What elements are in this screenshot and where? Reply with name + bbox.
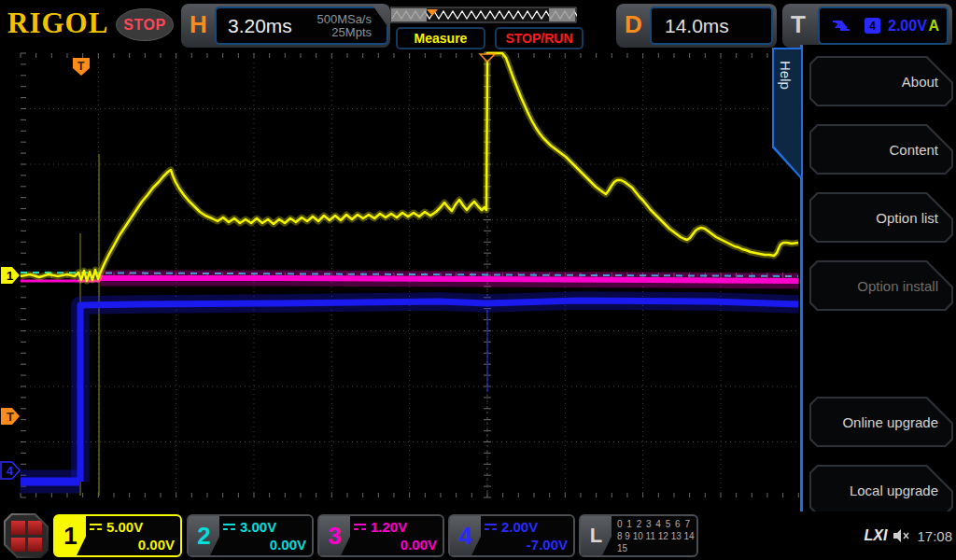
trigger-position-marker <box>480 54 495 62</box>
falling-edge-trigger-icon <box>831 18 851 35</box>
menu-button-online-upgrade[interactable]: Online upgrade <box>809 397 953 447</box>
channel-2-offset: 0.00V <box>223 536 306 553</box>
oscilloscope-screen: 1T4T RIGOL STOP H 3.20ms 500MSa/s 25Mpts… <box>0 0 956 560</box>
logic-row-1: 0 1 2 3 4 5 6 7 <box>617 518 696 530</box>
channel-4-tab: 4 <box>450 516 481 555</box>
channel-3-scale: 1.20V <box>371 518 407 536</box>
trigger-level: 2.00V <box>888 18 927 35</box>
svg-text:4: 4 <box>7 464 14 478</box>
help-tab-label: Help <box>778 61 794 90</box>
trigger-mode: A <box>928 18 939 35</box>
menu-button-option-list[interactable]: Option list <box>809 192 953 243</box>
menu-button-option-install: Option install <box>809 260 953 311</box>
horizontal-panel: 3.20ms 500MSa/s 25Mpts <box>215 7 388 45</box>
measure-button[interactable]: Measure <box>396 27 485 49</box>
logic-row-2: 8 9 10 11 12 13 14 15 <box>617 530 696 554</box>
channel-1-tab: 1 <box>55 516 86 555</box>
delay-label: D <box>625 10 642 39</box>
stop-run-button[interactable]: STOP/RUN <box>495 27 583 49</box>
lxi-indicator: LXI <box>865 527 888 544</box>
menu-button-about[interactable]: About <box>809 56 953 106</box>
logic-channels-box[interactable]: L 0 1 2 3 4 5 6 7 8 9 10 11 12 13 14 15 <box>579 514 698 557</box>
run-state-badge: STOP <box>116 8 174 41</box>
channel-2-scale: 3.00V <box>240 518 276 536</box>
dc-coupling-icon <box>485 524 497 530</box>
channel-3-tab: 3 <box>319 516 350 555</box>
logic-tab: L <box>581 516 612 555</box>
trigger-panel: 4 2.00V A <box>818 7 949 45</box>
channel-2-tab: 2 <box>189 516 219 555</box>
channel-3-box[interactable]: 3 1.20V 0.00V <box>317 514 444 557</box>
menu-button-content[interactable]: Content <box>809 124 953 175</box>
channel-4-offset: -7.00V <box>485 536 568 553</box>
trigger-group[interactable]: T 4 2.00V A <box>782 4 952 48</box>
timebase-value: 3.20ms <box>228 15 292 37</box>
horizontal-timebase-group[interactable]: H 3.20ms 500MSa/s 25Mpts <box>181 4 390 48</box>
dc-coupling-icon <box>354 524 366 530</box>
channel-1-scale: 5.00V <box>106 518 143 536</box>
delay-group[interactable]: D 14.0ms <box>616 4 777 48</box>
speaker-muted-icon <box>893 528 910 543</box>
rigol-logo: RIGOL <box>7 7 108 40</box>
delay-panel: 14.0ms <box>650 7 773 45</box>
bottom-channel-bar: 1 5.00V 0.00V 2 3.00V 0.00V 3 1.20V 0.00… <box>0 511 956 560</box>
channel-3-offset: 0.00V <box>354 536 437 553</box>
sample-rate: 500MSa/s 25Mpts <box>316 13 372 39</box>
trigger-source-badge: 4 <box>865 18 880 34</box>
svg-text:1: 1 <box>7 269 13 283</box>
clock: 17:08 <box>917 528 952 544</box>
svg-text:T: T <box>7 410 14 424</box>
channel-4-box[interactable]: 4 2.00V -7.00V <box>448 514 575 557</box>
svg-text:T: T <box>77 60 85 73</box>
channel-1-offset: 0.00V <box>90 536 175 553</box>
trigger-label: T <box>791 10 806 39</box>
top-status-bar: RIGOL STOP H 3.20ms 500MSa/s 25Mpts Meas… <box>0 0 956 51</box>
channel-4-scale: 2.00V <box>501 518 538 536</box>
delay-value: 14.0ms <box>665 15 729 37</box>
menu-button-local-upgrade[interactable]: Local upgrade <box>809 465 953 515</box>
horizontal-label: H <box>190 10 207 39</box>
help-menu-panel: About Content Option list Option install… <box>800 45 956 521</box>
channel-2-box[interactable]: 2 3.00V 0.00V <box>187 514 314 557</box>
dc-coupling-icon <box>90 524 102 530</box>
menu-grid-icon[interactable] <box>4 513 49 558</box>
dc-coupling-icon <box>223 524 235 530</box>
channel-1-box[interactable]: 1 5.00V 0.00V <box>53 514 182 557</box>
memory-position-bar[interactable] <box>390 7 577 25</box>
